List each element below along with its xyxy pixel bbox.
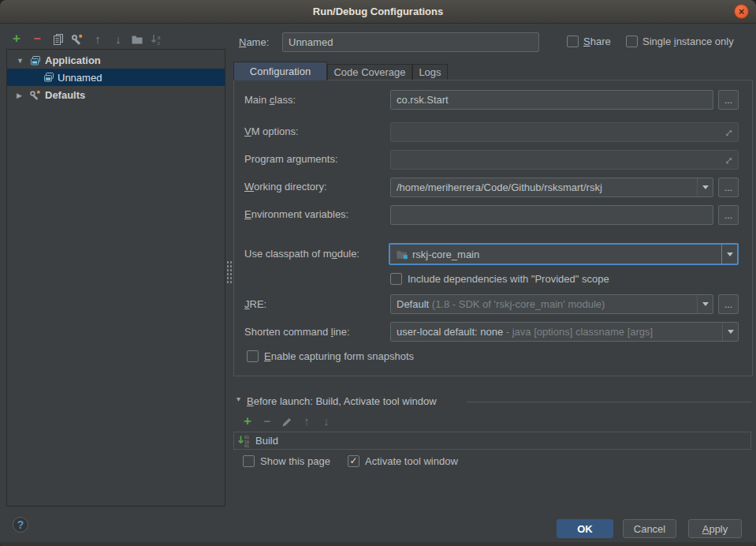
task-label: Build — [255, 435, 278, 447]
main-class-browse-button[interactable]: ... — [718, 90, 739, 110]
dropdown-arrow-icon[interactable] — [721, 245, 737, 264]
remove-icon[interactable]: − — [31, 32, 43, 45]
working-directory-label: Working directory: — [244, 181, 327, 193]
dropdown-arrow-icon[interactable] — [722, 323, 738, 341]
expand-field-icon[interactable] — [724, 155, 734, 166]
shorten-hint: - java [options] classname [args] — [503, 326, 653, 338]
activate-tool-window-label: Activate tool window — [365, 455, 458, 467]
show-this-page-label: Show this page — [260, 455, 330, 467]
before-launch-edit-icon[interactable] — [281, 416, 293, 428]
chevron-collapsed-icon[interactable]: ▶ — [17, 92, 28, 99]
enable-capturing-label: Enable capturing form snapshots — [264, 350, 414, 362]
ok-button[interactable]: OK — [557, 519, 613, 538]
window-bottom-edge — [0, 542, 756, 546]
use-classpath-combo[interactable]: rskj-core_main — [389, 243, 739, 265]
jre-label: JRE: — [244, 298, 266, 310]
tree-item-unnamed[interactable]: Unnamed — [7, 69, 225, 86]
svg-text:a: a — [158, 35, 161, 40]
tree-item-defaults[interactable]: ▶ Defaults — [8, 87, 224, 103]
single-instance-label: Single instance only — [642, 36, 734, 47]
name-input[interactable]: Unnamed — [282, 32, 539, 52]
before-launch-list: 01 10 01 Build — [233, 432, 751, 450]
show-this-page-checkbox[interactable] — [243, 455, 255, 467]
ellipsis-icon: ... — [724, 299, 732, 310]
main-class-input[interactable]: co.rsk.Start — [390, 90, 713, 110]
close-button[interactable]: × — [734, 4, 749, 19]
ellipsis-icon: ... — [724, 95, 732, 106]
enable-capturing-checkbox[interactable] — [247, 350, 259, 362]
before-launch-task-build[interactable]: 01 10 01 Build — [234, 432, 750, 449]
cancel-button[interactable]: Cancel — [623, 519, 676, 538]
expand-field-icon[interactable] — [724, 128, 734, 138]
ellipsis-icon: ... — [724, 182, 732, 193]
vm-options-input[interactable] — [390, 122, 739, 142]
build-icon: 01 10 01 — [238, 435, 251, 447]
single-instance-checkbox[interactable] — [626, 36, 638, 47]
help-icon: ? — [17, 518, 24, 531]
window-title: Run/Debug Configurations — [0, 0, 756, 23]
share-checkbox[interactable] — [567, 36, 579, 47]
use-classpath-label: Use classpath of module: — [244, 248, 359, 260]
move-down-icon[interactable]: ↓ — [112, 33, 125, 46]
new-folder-icon[interactable] — [131, 33, 143, 46]
configurations-tree: ▼ Application Unnamed ▶ Defaults — [6, 49, 225, 507]
svg-text:z: z — [158, 40, 161, 46]
dropdown-arrow-icon[interactable] — [697, 178, 713, 196]
section-divider — [467, 402, 751, 402]
working-directory-combo[interactable]: /home/meriherrera/Code/Github/rsksmart/r… — [390, 178, 713, 197]
jre-combo[interactable]: Default (1.8 - SDK of 'rskj-core_main' m… — [390, 294, 713, 314]
tab-logs[interactable]: Logs — [412, 64, 448, 80]
tree-item-label: Defaults — [45, 89, 85, 101]
tab-configuration[interactable]: Configuration — [233, 62, 327, 80]
shorten-command-line-combo[interactable]: user-local default: none - java [options… — [390, 322, 739, 342]
before-launch-collapse-icon[interactable]: ▾ — [236, 395, 240, 403]
titlebar[interactable]: Run/Debug Configurations × — [0, 0, 756, 24]
environment-variables-input[interactable] — [390, 205, 713, 225]
tree-item-label: Unnamed — [58, 72, 102, 84]
dropdown-arrow-icon[interactable] — [697, 295, 713, 313]
main-class-label: Main class: — [244, 94, 296, 106]
copy-icon[interactable] — [52, 33, 65, 46]
close-icon: × — [739, 6, 745, 17]
name-label: Name: — [239, 36, 269, 48]
move-up-icon[interactable]: ↑ — [91, 33, 104, 46]
apply-button[interactable]: Apply — [688, 519, 742, 538]
before-launch-remove-icon[interactable]: − — [261, 415, 274, 428]
before-launch-title[interactable]: Before launch: Build, Activate tool wind… — [247, 395, 437, 407]
include-dependencies-label: Include dependencies with "Provided" sco… — [408, 273, 609, 285]
environment-variables-browse-button[interactable]: ... — [718, 205, 739, 225]
share-label: Share — [583, 36, 611, 47]
include-dependencies-checkbox[interactable] — [390, 273, 402, 285]
jre-hint: (1.8 - SDK of 'rskj-core_main' module) — [429, 298, 605, 310]
edit-settings-icon[interactable] — [71, 33, 84, 46]
application-icon — [43, 71, 55, 84]
vm-options-label: VM options: — [244, 125, 299, 137]
svg-text:01: 01 — [244, 443, 249, 447]
module-icon — [396, 248, 408, 260]
program-arguments-input[interactable] — [390, 150, 739, 170]
jre-browse-button[interactable]: ... — [718, 294, 739, 314]
splitter-handle[interactable] — [226, 260, 233, 284]
sort-alphabetically-icon[interactable]: a z — [151, 33, 163, 46]
help-button[interactable]: ? — [13, 517, 28, 533]
before-launch-move-up-icon[interactable]: ↑ — [300, 415, 313, 428]
before-launch-move-down-icon[interactable]: ↓ — [320, 415, 333, 428]
ellipsis-icon: ... — [724, 210, 732, 221]
application-icon — [29, 54, 42, 67]
program-arguments-label: Program arguments: — [244, 153, 338, 165]
checkmark-icon: ✓ — [349, 455, 357, 466]
defaults-wrench-icon — [29, 89, 42, 102]
tab-code-coverage[interactable]: Code Coverage — [327, 64, 412, 80]
shorten-command-line-label: Shorten command line: — [244, 326, 350, 338]
name-value: Unnamed — [289, 36, 333, 48]
before-launch-add-icon[interactable]: + — [241, 415, 254, 428]
tree-item-label: Application — [45, 54, 101, 66]
environment-variables-label: Environment variables: — [244, 208, 348, 220]
run-debug-configurations-dialog: Run/Debug Configurations × + − ↑ ↓ a z ▼ — [0, 0, 756, 546]
chevron-expanded-icon[interactable]: ▼ — [17, 57, 28, 65]
activate-tool-window-checkbox[interactable]: ✓ — [348, 455, 359, 467]
add-icon[interactable]: + — [10, 32, 23, 45]
working-directory-browse-button[interactable]: ... — [718, 178, 739, 197]
tree-item-application[interactable]: ▼ Application — [8, 52, 224, 69]
